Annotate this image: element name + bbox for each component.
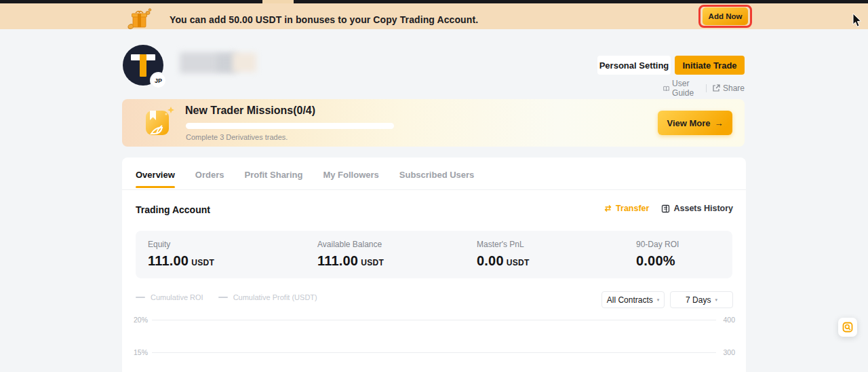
floating-inspect-widget-button[interactable] xyxy=(838,318,857,337)
legend-cumulative-profit[interactable]: Cumulative Profit (USDT) xyxy=(218,293,317,301)
chevron-down-icon: ▾ xyxy=(657,297,660,303)
avatar-logo-stem xyxy=(140,54,146,77)
chart-legend: Cumulative ROI Cumulative Profit (USDT) xyxy=(136,293,317,301)
stat-90day-roi: 90-Day ROI 0.00% xyxy=(636,240,679,269)
legend-line-swatch xyxy=(218,297,228,298)
personal-setting-button[interactable]: Personal Setting xyxy=(597,56,671,75)
search-in-square-icon xyxy=(842,322,853,333)
legend-cumulative-roi[interactable]: Cumulative ROI xyxy=(136,293,203,301)
tab-bar: Overview Orders Profit Sharing My Follow… xyxy=(136,170,474,188)
divider xyxy=(706,84,707,92)
stat-available-balance: Available Balance 111.00USDT xyxy=(317,240,384,269)
arrow-right-icon: → xyxy=(715,118,724,128)
missions-subtitle: Complete 3 Derivatives trades. xyxy=(186,133,288,141)
book-icon xyxy=(663,85,669,92)
stat-equity: Equity 111.00USDT xyxy=(148,240,214,269)
gridline xyxy=(152,352,716,353)
region-badge: JP xyxy=(151,73,165,88)
period-dropdown[interactable]: 7 Days ▾ xyxy=(670,291,733,308)
chart-gridline-row: 15% 300 xyxy=(122,348,746,356)
share-icon xyxy=(712,84,720,92)
chevron-down-icon: ▾ xyxy=(715,297,717,303)
trading-account-stats: Equity 111.00USDT Available Balance 111.… xyxy=(136,231,732,278)
assets-history-button[interactable]: Assets History xyxy=(661,204,733,213)
left-axis-tick: 20% xyxy=(134,316,148,324)
missions-book-icon xyxy=(142,105,176,141)
stat-masters-pnl: Master's PnL 0.00USDT xyxy=(477,240,530,269)
share-label: Share xyxy=(723,83,745,93)
user-guide-label: User Guide xyxy=(672,79,701,98)
view-more-button[interactable]: View More → xyxy=(658,111,732,135)
tab-my-followers[interactable]: My Followers xyxy=(323,170,378,188)
trader-overview-card: Overview Orders Profit Sharing My Follow… xyxy=(122,157,746,372)
trader-avatar[interactable]: JP xyxy=(123,45,163,86)
tab-profit-sharing[interactable]: Profit Sharing xyxy=(244,170,302,188)
tab-overview[interactable]: Overview xyxy=(136,170,175,188)
initiate-trade-button[interactable]: Initiate Trade xyxy=(675,56,745,75)
gift-icon xyxy=(127,7,152,32)
new-trader-missions-banner: New Trader Missions(0/4) Complete 3 Deri… xyxy=(122,99,745,147)
history-document-icon xyxy=(661,204,670,213)
divider xyxy=(122,189,746,190)
promo-message: You can add 50.00 USDT in bonuses to you… xyxy=(170,14,478,25)
missions-title: New Trader Missions(0/4) xyxy=(185,105,315,117)
right-axis-tick: 400 xyxy=(723,316,735,324)
tab-orders[interactable]: Orders xyxy=(195,170,224,188)
share-link[interactable]: Share xyxy=(712,83,745,93)
legend-line-swatch xyxy=(136,297,145,298)
tab-subscribed-users[interactable]: Subscribed Users xyxy=(399,170,475,188)
right-axis-tick: 300 xyxy=(723,348,735,356)
contracts-dropdown[interactable]: All Contracts ▾ xyxy=(601,291,665,308)
left-axis-tick: 15% xyxy=(134,348,148,356)
transfer-arrows-icon xyxy=(604,204,612,212)
trading-account-title: Trading Account xyxy=(136,204,210,215)
gridline xyxy=(152,320,716,320)
chart-gridline-row: 20% 400 xyxy=(122,316,746,324)
missions-progress-bar xyxy=(186,123,394,129)
blurred-username xyxy=(180,52,256,73)
transfer-button[interactable]: Transfer xyxy=(604,204,649,213)
user-guide-link[interactable]: User Guide xyxy=(663,79,701,98)
add-now-button[interactable]: Add Now xyxy=(703,7,748,25)
